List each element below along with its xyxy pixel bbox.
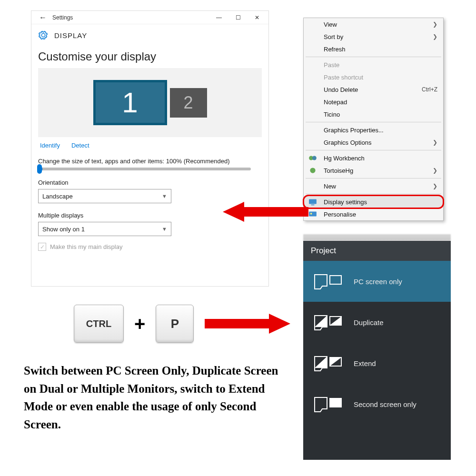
hg-icon — [308, 154, 317, 162]
svg-rect-12 — [330, 398, 341, 407]
svg-rect-9 — [330, 276, 341, 284]
svg-point-2 — [310, 168, 315, 173]
slider-thumb[interactable] — [37, 164, 42, 174]
svg-marker-8 — [205, 314, 290, 334]
monitor-2[interactable]: 2 — [170, 88, 207, 118]
main-display-checkbox: ✓ Make this my main display — [38, 243, 262, 251]
identify-link[interactable]: Identify — [40, 142, 60, 149]
key-p: P — [156, 305, 194, 343]
maximize-button[interactable]: ☐ — [228, 14, 248, 21]
key-ctrl: CTRL — [74, 305, 124, 343]
keyboard-shortcut: CTRL + P — [74, 305, 194, 343]
cm-hg-workbench[interactable]: Hg Workbench — [304, 152, 443, 164]
checkbox-icon: ✓ — [38, 243, 46, 251]
orientation-label: Orientation — [38, 179, 262, 186]
back-button[interactable]: ← — [33, 13, 52, 22]
cm-ticino[interactable]: Ticino — [304, 108, 443, 120]
header: DISPLAY — [31, 24, 268, 43]
multiple-displays-dropdown[interactable]: Show only on 1 ▼ — [38, 222, 171, 236]
caption-text: Switch between PC Screen Only, Duplicate… — [24, 362, 286, 433]
chevron-down-icon: ▼ — [162, 226, 167, 232]
separator — [306, 150, 441, 150]
svg-rect-3 — [309, 199, 317, 204]
project-label: PC screen only — [354, 278, 402, 286]
project-panel: Project PC screen only Duplicate — [303, 241, 451, 460]
project-extend[interactable]: Extend — [303, 343, 451, 384]
svg-rect-4 — [311, 205, 315, 206]
chevron-right-icon: ❯ — [433, 183, 437, 189]
svg-rect-5 — [309, 211, 317, 216]
separator — [306, 194, 441, 194]
scale-slider[interactable] — [38, 168, 251, 170]
detect-link[interactable]: Detect — [71, 142, 89, 149]
pc-only-icon — [314, 272, 343, 291]
tortoise-icon — [308, 166, 317, 175]
personalise-icon — [308, 210, 317, 218]
svg-marker-7 — [223, 202, 308, 222]
settings-window: ← Settings ― ☐ ✕ DISPLAY Customise your … — [31, 10, 269, 287]
shortcut-text: Ctrl+Z — [422, 86, 437, 93]
separator — [306, 57, 441, 57]
project-label: Duplicate — [354, 318, 384, 327]
svg-point-1 — [312, 156, 317, 160]
main-display-label: Make this my main display — [50, 243, 122, 250]
cm-personalise[interactable]: Personalise — [304, 208, 443, 220]
cm-paste-shortcut: Paste shortcut — [304, 71, 443, 83]
second-only-icon — [314, 395, 343, 414]
section-heading: Customise your display — [31, 43, 268, 68]
cm-paste: Paste — [304, 59, 443, 71]
orientation-value: Landscape — [42, 193, 73, 200]
window-title: Settings — [52, 14, 73, 21]
cm-sort[interactable]: Sort by❯ — [304, 30, 443, 43]
titlebar: ← Settings ― ☐ ✕ — [31, 11, 268, 24]
chevron-right-icon: ❯ — [433, 21, 437, 28]
cm-display-settings[interactable]: Display settings — [304, 196, 443, 208]
chevron-right-icon: ❯ — [433, 33, 437, 40]
blurred-background — [303, 234, 451, 241]
cm-tortoisehg[interactable]: TortoiseHg❯ — [304, 164, 443, 177]
separator — [306, 122, 441, 122]
project-label: Second screen only — [354, 400, 416, 408]
monitor-1[interactable]: 1 — [93, 80, 167, 125]
cm-notepad[interactable]: Notepad — [304, 96, 443, 108]
multiple-displays-value: Show only on 1 — [42, 226, 85, 233]
display-preview[interactable]: 1 2 — [38, 68, 262, 137]
monitor-icon — [308, 198, 317, 206]
cm-refresh[interactable]: Refresh — [304, 43, 443, 55]
project-second-only[interactable]: Second screen only — [303, 384, 451, 425]
arrow-annotation — [205, 312, 290, 336]
cm-graphics-properties[interactable]: Graphics Properties... — [304, 124, 443, 136]
chevron-down-icon: ▼ — [162, 193, 167, 199]
chevron-right-icon: ❯ — [433, 167, 437, 174]
project-duplicate[interactable]: Duplicate — [303, 302, 451, 343]
duplicate-icon — [314, 313, 343, 332]
cm-view[interactable]: View❯ — [304, 18, 443, 30]
gear-icon — [38, 30, 49, 40]
close-button[interactable]: ✕ — [248, 14, 267, 21]
cm-new[interactable]: New❯ — [304, 180, 443, 192]
cm-graphics-options[interactable]: Graphics Options❯ — [304, 136, 443, 149]
project-label: Extend — [354, 359, 376, 367]
chevron-right-icon: ❯ — [433, 139, 437, 146]
project-pc-only[interactable]: PC screen only — [303, 261, 451, 302]
plus-sign: + — [134, 313, 145, 335]
header-title: DISPLAY — [54, 31, 87, 40]
separator — [306, 178, 441, 178]
scale-label: Change the size of text, apps and other … — [38, 158, 262, 165]
cm-undo[interactable]: Undo DeleteCtrl+Z — [304, 83, 443, 96]
extend-icon — [314, 354, 343, 373]
desktop-context-menu: View❯ Sort by❯ Refresh Paste Paste short… — [303, 18, 444, 221]
minimize-button[interactable]: ― — [209, 14, 228, 21]
orientation-dropdown[interactable]: Landscape ▼ — [38, 189, 171, 203]
svg-point-6 — [310, 213, 312, 215]
project-title: Project — [303, 241, 451, 261]
arrow-annotation — [223, 200, 308, 224]
